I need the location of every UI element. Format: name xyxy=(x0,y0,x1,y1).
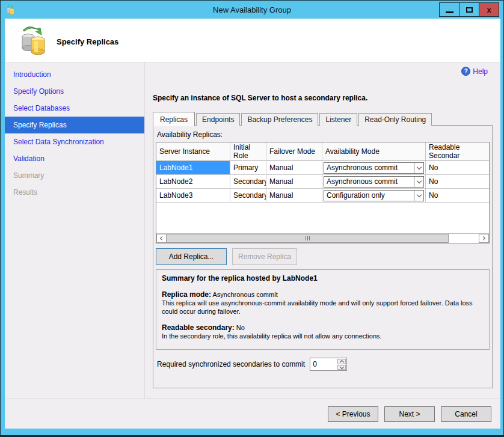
grid-label: Availability Replicas: xyxy=(157,130,490,139)
replica-mode-value: Asynchronous commit xyxy=(211,291,278,298)
sidebar-item-select-databases[interactable]: Select Databases xyxy=(5,100,144,117)
scrollbar-thumb[interactable] xyxy=(166,234,449,243)
tab-endpoints[interactable]: Endpoints xyxy=(196,113,240,126)
grid-header-row: Server Instance Initial Role Failover Mo… xyxy=(156,142,489,161)
readable-secondary-value: No xyxy=(235,324,245,331)
tab-strip: Replicas Endpoints Backup Preferences Li… xyxy=(153,112,433,126)
sidebar-item-results: Results xyxy=(5,184,144,201)
cell-availability-mode: Asynchronous commit xyxy=(322,161,426,174)
scroll-right-icon[interactable] xyxy=(479,234,489,243)
sidebar-item-summary: Summary xyxy=(5,167,144,184)
col-server-instance: Server Instance xyxy=(156,142,230,160)
wizard-footer: < Previous Next > Cancel xyxy=(5,399,500,429)
dialog-body: Specify Replicas Introduction Specify Op… xyxy=(5,19,500,429)
dialog-window: New Availability Group x Specify Replica… xyxy=(0,0,504,437)
stepper-value[interactable]: 0 xyxy=(310,358,337,370)
col-failover-mode: Failover Mode xyxy=(266,142,322,160)
cell-readable-secondary[interactable]: No xyxy=(426,175,489,188)
dropdown-value: Configuration only xyxy=(324,191,414,200)
cell-failover-mode[interactable]: Manual xyxy=(266,161,322,174)
table-row: LabNode1 Primary Manual Asynchronous com… xyxy=(156,161,489,175)
cell-readable-secondary[interactable]: No xyxy=(426,189,489,202)
chevron-down-icon[interactable] xyxy=(414,191,423,201)
availability-mode-dropdown[interactable]: Configuration only xyxy=(324,190,424,201)
chevron-down-icon[interactable] xyxy=(414,163,423,173)
availability-mode-dropdown[interactable]: Asynchronous commit xyxy=(324,176,424,188)
instruction-text: Specify an instance of SQL Server to hos… xyxy=(153,94,367,102)
tab-listener[interactable]: Listener xyxy=(319,113,357,126)
spin-up-icon[interactable] xyxy=(337,359,346,364)
sidebar-item-introduction[interactable]: Introduction xyxy=(5,66,144,83)
horizontal-scrollbar xyxy=(156,233,489,243)
col-initial-role: Initial Role xyxy=(230,142,266,160)
cell-readable-secondary[interactable]: No xyxy=(426,161,489,174)
dropdown-value: Asynchronous commit xyxy=(324,177,414,186)
title-bar: New Availability Group x xyxy=(1,1,503,19)
cell-server-instance[interactable]: LabNode1 xyxy=(156,161,230,174)
cell-server-instance[interactable]: LabNode2 xyxy=(156,175,230,188)
readable-secondary-label: Readable secondary: xyxy=(162,323,235,332)
cell-failover-mode[interactable]: Manual xyxy=(266,175,322,188)
cell-initial-role[interactable]: Secondary xyxy=(230,175,266,188)
scroll-left-icon[interactable] xyxy=(156,234,167,243)
col-availability-mode: Availability Mode xyxy=(322,142,426,160)
sidebar-item-specify-replicas[interactable]: Specify Replicas xyxy=(5,117,144,133)
next-button[interactable]: Next > xyxy=(384,406,435,422)
page-title: Specify Replicas xyxy=(57,37,118,46)
sidebar-item-specify-options[interactable]: Specify Options xyxy=(5,83,144,100)
minimize-icon xyxy=(446,11,453,13)
cancel-button[interactable]: Cancel xyxy=(441,406,491,422)
replica-summary-box: Summary for the replica hosted by LabNod… xyxy=(156,269,490,350)
remove-replica-button: Remove Replica xyxy=(232,248,297,265)
cell-availability-mode: Configuration only xyxy=(322,189,426,202)
wizard-header: Specify Replicas xyxy=(5,19,500,63)
help-icon: ? xyxy=(461,67,470,76)
replicas-tab-page: Availability Replicas: Server Instance I… xyxy=(153,125,493,388)
spin-down-icon[interactable] xyxy=(337,365,346,370)
help-label: Help xyxy=(473,67,488,76)
cell-initial-role[interactable]: Primary xyxy=(230,161,266,174)
scrollbar-track[interactable] xyxy=(449,234,479,243)
replica-mode-description: This replica will use asynchronous-commi… xyxy=(162,299,484,316)
dropdown-value: Asynchronous commit xyxy=(324,163,414,172)
readable-secondary-description: In the secondary role, this availability… xyxy=(162,332,484,340)
tab-backup-preferences[interactable]: Backup Preferences xyxy=(241,113,318,126)
tab-read-only-routing[interactable]: Read-Only Routing xyxy=(358,113,432,126)
wizard-nav: Introduction Specify Options Select Data… xyxy=(5,63,145,399)
chevron-down-icon[interactable] xyxy=(414,177,423,187)
table-row: LabNode3 Secondary Manual Configuration … xyxy=(156,189,489,203)
window-title: New Availability Group xyxy=(1,5,503,14)
cell-initial-role[interactable]: Secondary xyxy=(230,189,266,202)
summary-title: Summary for the replica hosted by LabNod… xyxy=(162,274,484,283)
replica-database-icon xyxy=(17,24,51,58)
required-secondaries-stepper[interactable]: 0 xyxy=(310,358,347,371)
close-icon: x xyxy=(487,6,491,14)
minimize-button[interactable] xyxy=(439,2,459,17)
tab-replicas[interactable]: Replicas xyxy=(153,112,195,126)
grid-empty-area xyxy=(156,203,489,233)
sidebar-item-validation[interactable]: Validation xyxy=(5,150,144,167)
required-secondaries-label: Required synchronized secondaries to com… xyxy=(157,360,305,368)
availability-replicas-grid: Server Instance Initial Role Failover Mo… xyxy=(156,142,490,243)
availability-mode-dropdown[interactable]: Asynchronous commit xyxy=(324,162,424,174)
maximize-icon xyxy=(466,7,473,13)
maximize-button[interactable] xyxy=(459,2,479,17)
replica-mode-label: Replica mode: xyxy=(162,290,211,299)
sidebar-item-select-data-synchronization[interactable]: Select Data Synchronization xyxy=(5,133,144,150)
table-row: LabNode2 Secondary Manual Asynchronous c… xyxy=(156,175,489,189)
main-panel: ? Help Specify an instance of SQL Server… xyxy=(145,63,500,399)
cell-availability-mode: Asynchronous commit xyxy=(322,175,426,188)
previous-button[interactable]: < Previous xyxy=(328,406,378,422)
cell-failover-mode[interactable]: Manual xyxy=(266,189,322,202)
content-area: Introduction Specify Options Select Data… xyxy=(5,63,500,399)
close-button[interactable]: x xyxy=(479,2,499,17)
cell-server-instance[interactable]: LabNode3 xyxy=(156,189,230,202)
add-replica-button[interactable]: Add Replica... xyxy=(156,248,227,265)
col-readable-secondary: Readable Secondar xyxy=(426,142,489,160)
help-link[interactable]: ? Help xyxy=(461,67,488,76)
